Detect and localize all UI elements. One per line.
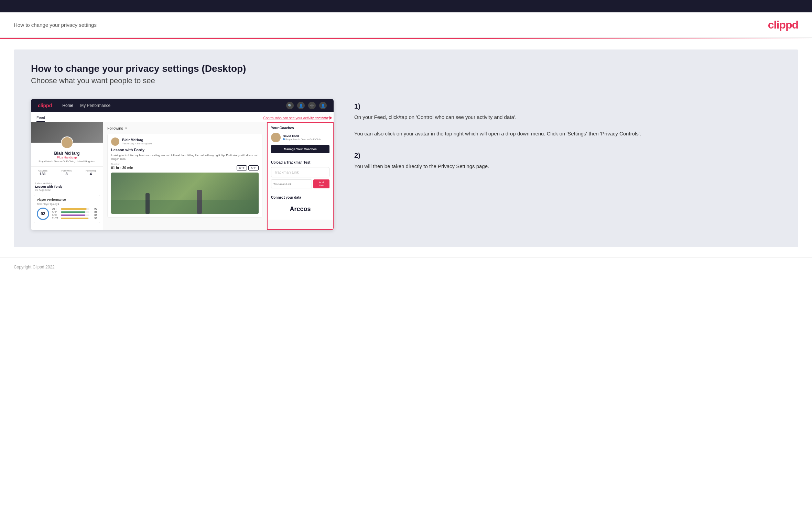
- coaches-title: Your Coaches: [271, 126, 329, 130]
- instruction-1-text: On your Feed, click/tap on 'Control who …: [354, 113, 781, 138]
- connect-section: Connect your data Arccos: [268, 192, 333, 220]
- footer: Copyright Clippd 2022: [0, 257, 812, 276]
- tab-feed[interactable]: Feed: [36, 114, 45, 122]
- profile-club: Royal North Devon Golf Club, United King…: [35, 160, 99, 163]
- two-column-layout: clippd Home My Performance 🔍 👤 ➕ 👤 Feed …: [31, 99, 781, 230]
- feed-activity-title: Lesson with Fordy: [111, 148, 259, 152]
- app-nav-icons: 🔍 👤 ➕ 👤: [286, 102, 327, 109]
- feed-following-label: Following: [107, 126, 123, 130]
- arccos-logo: Arccos: [271, 202, 329, 216]
- bar-app: APP 85: [52, 211, 97, 213]
- annotation-box: Your Coaches David Ford Royal North Devo…: [267, 122, 334, 230]
- profile-stats: Activities 131 Followers 3 Following 4: [31, 166, 103, 179]
- manage-coaches-button[interactable]: Manage Your Coaches: [271, 145, 329, 153]
- right-sidebar: Your Coaches David Ford Royal North Devo…: [268, 123, 333, 220]
- feed-duration-label: Duration: [111, 163, 259, 165]
- coach-info: David Ford Royal North Devon Golf Club: [283, 134, 321, 141]
- copyright-text: Copyright Clippd 2022: [14, 265, 55, 269]
- player-performance: Player Performance Total Player Quality …: [34, 195, 100, 223]
- app-screenshot: clippd Home My Performance 🔍 👤 ➕ 👤 Feed …: [31, 99, 334, 230]
- main-title: How to change your privacy settings (Des…: [31, 63, 781, 74]
- coach-club-name: Royal North Devon Golf Club: [285, 138, 321, 141]
- coach-avatar: [271, 133, 281, 142]
- coach-club-dot: [283, 138, 285, 140]
- profile-panel: Blair McHarg Plus Handicap Royal North D…: [31, 122, 103, 230]
- nav-link-home[interactable]: Home: [62, 103, 73, 108]
- main-subtitle: Choose what you want people to see: [31, 76, 781, 85]
- feed-header: Following ▼: [107, 126, 262, 130]
- coach-club: Royal North Devon Golf Club: [283, 138, 321, 141]
- feed-panel: Following ▼ Blair McHarg Yesterday · Sun…: [103, 122, 267, 230]
- logo: clippd: [768, 19, 798, 31]
- feed-card-user-info: Blair McHarg Yesterday · Sunningdale: [122, 138, 152, 145]
- perf-bars: OTT 90 APP 85 ARG: [52, 208, 97, 220]
- header-underline: [0, 38, 812, 39]
- instruction-2-number: 2): [354, 152, 781, 159]
- control-link-container: Control who can see your activity and da…: [263, 116, 328, 120]
- app-nav: clippd Home My Performance 🔍 👤 ➕ 👤: [31, 99, 334, 112]
- feed-card-avatar: [111, 137, 119, 146]
- score-circle: 92: [37, 208, 49, 220]
- feed-duration-value: 01 hr : 30 min: [111, 166, 133, 170]
- instruction-2: 2) You will then be taken directly to th…: [354, 152, 781, 170]
- add-icon[interactable]: ➕: [308, 102, 316, 109]
- trackman-input-field[interactable]: [271, 179, 312, 188]
- top-bar: [0, 0, 812, 12]
- trackman-placeholder-area: Trackman Link: [271, 167, 329, 177]
- header: How to change your privacy settings clip…: [0, 12, 812, 38]
- feed-tag-ott: OTT: [237, 165, 247, 170]
- profile-info: Blair McHarg Plus Handicap Royal North D…: [31, 151, 103, 163]
- profile-name: Blair McHarg: [35, 151, 99, 156]
- feed-card-header: Blair McHarg Yesterday · Sunningdale: [111, 137, 259, 146]
- latest-activity: Latest Activity Lesson with Fordy 03 Aug…: [31, 182, 103, 191]
- app-body: Blair McHarg Plus Handicap Royal North D…: [31, 122, 334, 230]
- perf-body: 92 OTT 90 APP 85: [37, 208, 97, 220]
- profile-handicap: Plus Handicap: [35, 156, 99, 159]
- trackman-input-row: Add Link: [271, 179, 329, 188]
- feed-description: Looking to feel like my hands are exitin…: [111, 153, 259, 161]
- connect-title: Connect your data: [271, 196, 329, 199]
- coach-item: David Ford Royal North Devon Golf Club: [271, 133, 329, 142]
- app-logo: clippd: [38, 103, 52, 108]
- stat-following: Following 4: [86, 169, 96, 176]
- app-tab-bar: Feed Control who can see your activity a…: [31, 112, 334, 122]
- instructions-panel: 1) On your Feed, click/tap on 'Control w…: [351, 99, 781, 184]
- bar-putt: PUTT 96: [52, 217, 97, 219]
- avatar-icon[interactable]: 👤: [319, 102, 327, 109]
- feed-card: Blair McHarg Yesterday · Sunningdale Les…: [107, 134, 262, 218]
- add-link-button[interactable]: Add Link: [313, 179, 329, 188]
- feed-activity-image: [111, 173, 259, 214]
- instruction-2-text: You will then be taken directly to the P…: [354, 162, 781, 170]
- feed-card-name: Blair McHarg: [122, 138, 152, 142]
- golfer-silhouette-2: [197, 190, 202, 214]
- coaches-section: Your Coaches David Ford Royal North Devo…: [268, 123, 333, 157]
- feed-duration-row: 01 hr : 30 min OTT APP: [111, 165, 259, 170]
- trackman-title: Upload a Trackman Test: [271, 161, 329, 164]
- annotation-arrow: [316, 116, 332, 120]
- main-content-area: How to change your privacy settings (Des…: [14, 49, 798, 247]
- profile-avatar: [61, 136, 73, 149]
- app-nav-links: Home My Performance: [62, 103, 110, 108]
- instruction-1: 1) On your Feed, click/tap on 'Control w…: [354, 102, 781, 138]
- coach-name: David Ford: [283, 134, 321, 138]
- feed-following-dropdown[interactable]: Following ▼: [107, 126, 127, 130]
- dropdown-arrow-icon: ▼: [124, 127, 127, 130]
- feed-tags: OTT APP: [237, 165, 259, 170]
- trackman-section: Upload a Trackman Test Trackman Link Add…: [268, 157, 333, 192]
- golfer-silhouette-1: [145, 193, 150, 214]
- search-icon[interactable]: 🔍: [286, 102, 294, 109]
- feed-card-date: Yesterday · Sunningdale: [122, 142, 152, 145]
- person-icon[interactable]: 👤: [297, 102, 305, 109]
- bar-arg: ARG 86: [52, 214, 97, 216]
- trackman-placeholder-text: Trackman Link: [274, 170, 299, 174]
- stat-followers: Followers 3: [62, 169, 72, 176]
- feed-tag-app: APP: [248, 165, 259, 170]
- header-title: How to change your privacy settings: [14, 22, 97, 28]
- stat-activities: Activities 131: [38, 169, 47, 176]
- nav-link-performance[interactable]: My Performance: [80, 103, 110, 108]
- bar-ott: OTT 90: [52, 208, 97, 210]
- instruction-1-number: 1): [354, 102, 781, 110]
- profile-header-image: [31, 122, 103, 143]
